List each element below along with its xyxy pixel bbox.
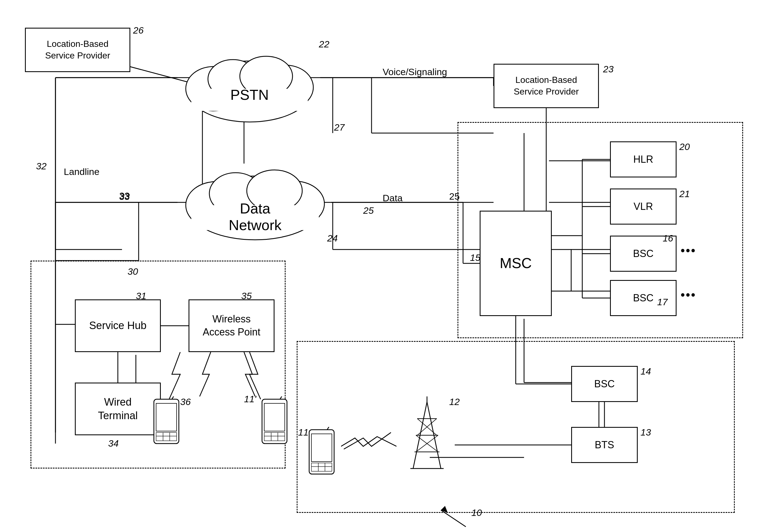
ref-11: 11 (298, 427, 309, 438)
landline-label: Landline (64, 166, 100, 177)
bts-box: BTS (571, 427, 638, 463)
svg-text:Network: Network (229, 217, 282, 233)
ref-10: 10 (471, 507, 482, 518)
tower-svg (397, 397, 457, 474)
dots-mid: ••• (681, 288, 696, 302)
svg-rect-58 (309, 430, 334, 474)
phone-11p-svg (255, 397, 294, 452)
ref-36: 36 (180, 397, 191, 407)
network-diagram: Location-BasedService Provider 26 PSTN 2… (0, 0, 760, 532)
ref-22: 22 (319, 39, 329, 50)
ref-16: 16 (663, 233, 673, 244)
ref-27: 27 (334, 122, 345, 133)
ref-13: 13 (641, 427, 651, 438)
location-provider-top-box: Location-BasedService Provider (25, 28, 130, 72)
service-hub-label: Service Hub (89, 319, 147, 332)
svg-text:PSTN: PSTN (230, 87, 269, 103)
phone-11p (255, 397, 294, 453)
service-hub-box: Service Hub (75, 299, 161, 352)
msc-label: MSC (499, 254, 532, 273)
dots-top: ••• (681, 244, 696, 257)
ref-11p: 11' (244, 394, 256, 405)
pstn-cloud: PSTN (177, 36, 322, 129)
ref-15: 15 (470, 252, 481, 263)
hlr-label: HLR (633, 153, 653, 166)
vlr-label: VLR (634, 200, 653, 213)
ref-31: 31 (136, 291, 146, 301)
location-provider-right-label: Location-BasedService Provider (514, 74, 579, 97)
svg-text:Data: Data (240, 200, 270, 217)
bts-label: BTS (595, 439, 614, 452)
phone-36-svg (147, 397, 186, 452)
bsc-mid-label: BSC (633, 292, 653, 305)
location-provider-right-box: Location-BasedService Provider (494, 64, 599, 108)
ref-33: 33 (119, 191, 130, 202)
ref-20: 20 (679, 141, 690, 152)
mobile-network-container (297, 341, 735, 513)
ref-17: 17 (657, 297, 668, 308)
voice-signaling-label: Voice/Signaling (383, 67, 447, 77)
bts-tower (397, 397, 457, 475)
hlr-box: HLR (610, 141, 677, 177)
svg-rect-51 (262, 399, 287, 444)
pstn-cloud-svg: PSTN (177, 36, 322, 127)
vlr-box: VLR (610, 188, 677, 224)
ref-23: 23 (603, 64, 614, 74)
wireless-ap-box: WirelessAccess Point (189, 299, 274, 352)
ref-21: 21 (679, 188, 690, 199)
ref-14: 14 (641, 366, 651, 377)
location-provider-top-label: Location-BasedService Provider (45, 38, 110, 61)
msc-box: MSC (480, 211, 552, 316)
phone-36 (147, 397, 186, 453)
ref-30: 30 (127, 266, 138, 277)
bsc-bottom-label: BSC (594, 378, 615, 391)
wireless-ap-label: WirelessAccess Point (203, 313, 261, 339)
bsc-top-label: BSC (633, 247, 653, 260)
ref-35: 35 (241, 291, 252, 301)
bsc-bottom-box: BSC (571, 366, 638, 402)
ref-12: 12 (449, 397, 460, 407)
data-label: Data (383, 193, 403, 204)
data-network-cloud-svg: Data Network (177, 147, 333, 247)
data-network-cloud: Data Network (177, 147, 333, 248)
ref-24: 24 (327, 233, 338, 244)
ref-34: 34 (108, 438, 119, 449)
ref-32: 32 (36, 161, 47, 171)
ref-26: 26 (133, 25, 144, 36)
wired-terminal-label: WiredTerminal (98, 395, 138, 423)
ref-25: 25 (363, 205, 374, 216)
svg-rect-44 (154, 399, 179, 444)
